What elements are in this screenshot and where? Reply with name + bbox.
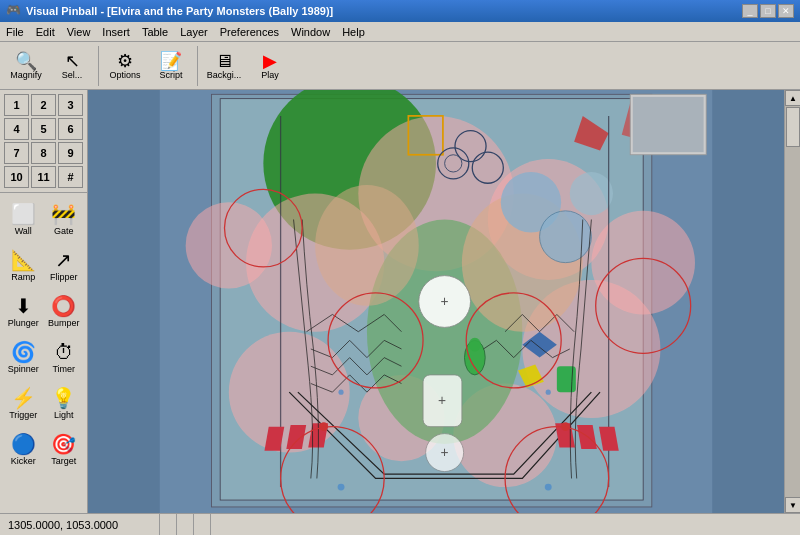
menu-layer[interactable]: Layer	[174, 24, 214, 40]
scroll-up-button[interactable]: ▲	[785, 90, 800, 106]
menu-window[interactable]: Window	[285, 24, 336, 40]
spinner-icon: 🌀	[11, 340, 36, 364]
flipper-tool[interactable]: ↗ Flipper	[45, 243, 84, 287]
status-section-5	[211, 514, 800, 535]
light-tool[interactable]: 💡 Light	[45, 381, 84, 425]
kicker-tool[interactable]: 🔵 Kicker	[4, 427, 43, 471]
menu-edit[interactable]: Edit	[30, 24, 61, 40]
app-icon: 🎮	[6, 3, 22, 19]
timer-label: Timer	[52, 364, 75, 374]
options-icon: ⚙	[117, 52, 133, 70]
window-controls[interactable]: _ □ ✕	[742, 4, 794, 18]
num-3[interactable]: 3	[58, 94, 83, 116]
window-title: Visual Pinball - [Elvira and the Party M…	[26, 5, 742, 17]
scroll-track[interactable]	[785, 106, 800, 497]
num-7[interactable]: 7	[4, 142, 29, 164]
coordinates-section: 1305.0000, 1053.0000	[0, 514, 160, 535]
main-layout: 1 2 3 4 5 6 7 8 9 10 11 # ⬜ Wall 🚧 Gate …	[0, 90, 800, 513]
num-9[interactable]: 9	[58, 142, 83, 164]
svg-point-52	[546, 390, 551, 395]
backglass-icon: 🖥	[215, 52, 233, 70]
vertical-scrollbar[interactable]: ▲ ▼	[784, 90, 800, 513]
status-section-4	[194, 514, 211, 535]
trigger-icon: ⚡	[11, 386, 36, 410]
plunger-label: Plunger	[8, 318, 39, 328]
target-tool[interactable]: 🎯 Target	[45, 427, 84, 471]
flipper-icon: ↗	[55, 248, 72, 272]
svg-point-17	[540, 211, 592, 263]
play-label: Play	[261, 70, 279, 80]
toolbar-separator-2	[197, 46, 198, 86]
plunger-tool[interactable]: ⬇ Plunger	[4, 289, 43, 333]
status-bar: 1305.0000, 1053.0000	[0, 513, 800, 535]
menu-file[interactable]: File	[0, 24, 30, 40]
kicker-label: Kicker	[11, 456, 36, 466]
num-4[interactable]: 4	[4, 118, 29, 140]
plunger-icon: ⬇	[15, 294, 32, 318]
svg-point-51	[338, 390, 343, 395]
num-1[interactable]: 1	[4, 94, 29, 116]
num-11[interactable]: 11	[31, 166, 56, 188]
minimize-button[interactable]: _	[742, 4, 758, 18]
spinner-tool[interactable]: 🌀 Spinner	[4, 335, 43, 379]
timer-tool[interactable]: ⏱ Timer	[45, 335, 84, 379]
num-10[interactable]: 10	[4, 166, 29, 188]
close-button[interactable]: ✕	[778, 4, 794, 18]
num-8[interactable]: 8	[31, 142, 56, 164]
menu-help[interactable]: Help	[336, 24, 371, 40]
wall-label: Wall	[15, 226, 32, 236]
svg-point-15	[315, 185, 419, 306]
svg-text:+: +	[441, 293, 449, 309]
options-label: Options	[109, 70, 140, 80]
select-label: Sel...	[62, 70, 83, 80]
menu-table[interactable]: Table	[136, 24, 174, 40]
canvas-area[interactable]: + +	[88, 90, 784, 513]
bumper-label: Bumper	[48, 318, 80, 328]
trigger-label: Trigger	[9, 410, 37, 420]
status-section-2	[160, 514, 177, 535]
trigger-tool[interactable]: ⚡ Trigger	[4, 381, 43, 425]
status-section-3	[177, 514, 194, 535]
ramp-icon: 📐	[11, 248, 36, 272]
ramp-label: Ramp	[11, 272, 35, 282]
gate-label: Gate	[54, 226, 74, 236]
menu-insert[interactable]: Insert	[96, 24, 136, 40]
num-6[interactable]: 6	[58, 118, 83, 140]
scroll-thumb[interactable]	[786, 107, 800, 147]
toolbar: 🔍 Magnify ↖ Sel... ⚙ Options 📝 Script 🖥 …	[0, 42, 800, 90]
svg-point-54	[545, 484, 552, 491]
svg-text:+: +	[441, 444, 449, 460]
side-tools: ⬜ Wall 🚧 Gate 📐 Ramp ↗ Flipper ⬇ Plunger…	[0, 193, 87, 475]
svg-rect-56	[633, 97, 704, 152]
light-label: Light	[54, 410, 74, 420]
select-button[interactable]: ↖ Sel...	[50, 44, 94, 88]
timer-icon: ⏱	[54, 340, 74, 364]
ramp-tool[interactable]: 📐 Ramp	[4, 243, 43, 287]
wall-icon: ⬜	[11, 202, 36, 226]
gate-tool[interactable]: 🚧 Gate	[45, 197, 84, 241]
menu-view[interactable]: View	[61, 24, 97, 40]
menu-preferences[interactable]: Preferences	[214, 24, 285, 40]
gate-icon: 🚧	[51, 202, 76, 226]
flipper-label: Flipper	[50, 272, 78, 282]
options-button[interactable]: ⚙ Options	[103, 44, 147, 88]
scroll-down-button[interactable]: ▼	[785, 497, 800, 513]
maximize-button[interactable]: □	[760, 4, 776, 18]
select-icon: ↖	[65, 52, 80, 70]
magnify-icon: 🔍	[15, 52, 37, 70]
menu-bar: File Edit View Insert Table Layer Prefer…	[0, 22, 800, 42]
num-5[interactable]: 5	[31, 118, 56, 140]
backglass-label: Backgi...	[207, 70, 242, 80]
numpad: 1 2 3 4 5 6 7 8 9 10 11 #	[0, 90, 87, 193]
magnify-button[interactable]: 🔍 Magnify	[4, 44, 48, 88]
num-hash[interactable]: #	[58, 166, 83, 188]
kicker-icon: 🔵	[11, 432, 36, 456]
title-bar: 🎮 Visual Pinball - [Elvira and the Party…	[0, 0, 800, 22]
num-2[interactable]: 2	[31, 94, 56, 116]
wall-tool[interactable]: ⬜ Wall	[4, 197, 43, 241]
play-button[interactable]: ▶ Play	[248, 44, 292, 88]
backglass-button[interactable]: 🖥 Backgi...	[202, 44, 246, 88]
svg-point-11	[591, 211, 695, 315]
bumper-tool[interactable]: ⭕ Bumper	[45, 289, 84, 333]
script-button[interactable]: 📝 Script	[149, 44, 193, 88]
